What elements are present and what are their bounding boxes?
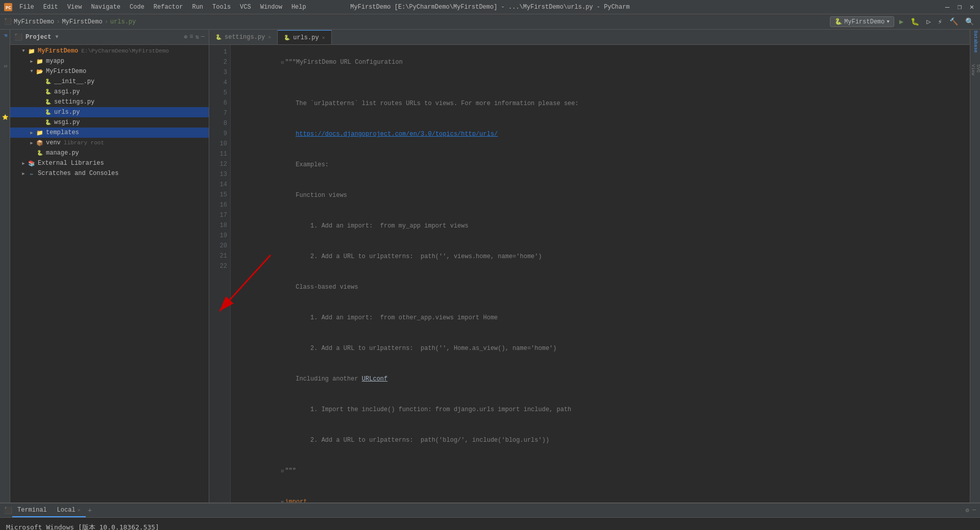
restore-button[interactable]: ❐	[955, 3, 964, 11]
tree-label-manage: manage.py	[46, 149, 79, 157]
project-locate-icon[interactable]: ⊕	[184, 33, 187, 41]
project-expand-icon[interactable]: ⇅	[195, 33, 199, 41]
local-tab-label: Local	[57, 507, 76, 514]
breadcrumb-item-1[interactable]: MyFirstDemo	[14, 18, 54, 26]
folder-icon: 📁	[36, 129, 44, 137]
tree-item-init[interactable]: 🐍 __init__.py	[10, 77, 209, 87]
structure-sidebar-icon[interactable]: S	[1, 62, 9, 70]
title-bar: PC File Edit View Navigate Code Refactor…	[0, 0, 980, 14]
menu-view[interactable]: View	[63, 3, 86, 12]
project-sidebar-icon[interactable]: P	[1, 32, 9, 40]
terminal-settings-icon[interactable]: ⚙	[966, 507, 969, 514]
spacer	[37, 99, 43, 105]
code-line-1: ⊟"""MyFirstDemo URL Configuration	[237, 47, 970, 78]
run-button[interactable]: ▶	[897, 16, 905, 27]
tree-item-scratches[interactable]: ▶ ✏️ Scratches and Consoles	[10, 168, 209, 179]
terminal-tab-label: Terminal	[17, 507, 47, 514]
menu-run[interactable]: Run	[188, 3, 207, 12]
terminal-minimize-icon[interactable]: —	[972, 507, 976, 514]
tree-item-wsgi[interactable]: 🐍 wsgi.py	[10, 117, 209, 128]
code-line-13: 1. Import the include() function: from d…	[237, 394, 970, 425]
minimize-button[interactable]: —	[943, 3, 951, 11]
coverage-button[interactable]: ▷	[924, 16, 933, 27]
django-docs-link[interactable]: https://docs.djangoproject.com/en/3.0/to…	[296, 131, 498, 138]
svg-text:PC: PC	[6, 6, 11, 11]
tree-item-venv[interactable]: ▶ 📦 venv library root	[10, 138, 209, 148]
tab-close-icon[interactable]: ✕	[322, 35, 325, 41]
code-line-5: Examples:	[237, 149, 970, 180]
tree-item-manage[interactable]: 🐍 manage.py	[10, 148, 209, 158]
right-sidebar: Database SVG View	[970, 30, 980, 502]
project-panel: ⬛ Project ▼ ⊕ ≡ ⇅ — ▼ 📁 MyFirstDemo E:\P…	[10, 30, 209, 502]
tree-label-asgi: asgi.py	[54, 88, 80, 95]
tree-label-scratches: Scratches and Consoles	[38, 170, 118, 177]
venv-label: library root	[64, 140, 104, 146]
tree-item-settings[interactable]: 🐍 settings.py	[10, 97, 209, 107]
debug-button[interactable]: 🐛	[909, 16, 921, 27]
search-everywhere-button[interactable]: 🔍	[963, 16, 976, 27]
terminal-header: ⬛ Terminal Local ✕ + ⚙ —	[0, 503, 980, 518]
tree-item-root[interactable]: ▼ 📁 MyFirstDemo E:\PyCharmDemo\MyFirstDe…	[10, 46, 209, 56]
tree-label-init: __init__.py	[54, 78, 94, 85]
code-line-14: 2. Add a URL to urlpatterns: path('blog/…	[237, 425, 970, 456]
python-icon: 🐍	[284, 35, 290, 41]
tab-settings[interactable]: 🐍 settings.py ✕	[209, 30, 278, 44]
breadcrumb-item-3[interactable]: urls.py	[110, 18, 136, 26]
tree-path: E:\PyCharmDemo\MyFirstDemo	[81, 48, 169, 54]
terminal-tab-main[interactable]: Terminal	[12, 504, 52, 517]
tab-close-icon[interactable]: ✕	[268, 34, 271, 40]
terminal-tab-local[interactable]: Local ✕	[52, 504, 86, 517]
terminal-content[interactable]: Microsoft Windows [版本 10.0.18362.535] (c…	[0, 518, 980, 530]
arrow-icon: ▶	[29, 140, 35, 146]
tree-label-urls: urls.py	[54, 109, 80, 116]
menu-file[interactable]: File	[15, 3, 38, 12]
arrow-icon: ▼	[20, 48, 27, 54]
window-controls: — ❐ ✕	[943, 3, 976, 11]
menu-navigate[interactable]: Navigate	[87, 3, 125, 12]
breadcrumb-item-2[interactable]: MyFirstDemo	[62, 18, 102, 26]
code-line-4: https://docs.djangoproject.com/en/3.0/to…	[237, 119, 970, 149]
python-file-icon: 🐍	[44, 108, 52, 116]
favorites-sidebar-icon[interactable]: ⭐	[1, 113, 9, 121]
folder-icon: 📁	[36, 57, 44, 65]
tree-item-myapp[interactable]: ▶ 📁 myapp	[10, 56, 209, 66]
terminal-area: ⬛ Terminal Local ✕ + ⚙ — Microsoft Windo…	[0, 502, 980, 530]
tree-label-wsgi: wsgi.py	[54, 119, 80, 126]
tree-item-asgi[interactable]: 🐍 asgi.py	[10, 87, 209, 97]
menu-vcs[interactable]: VCS	[236, 3, 255, 12]
new-terminal-button[interactable]: +	[86, 507, 94, 515]
project-close-icon[interactable]: —	[201, 33, 205, 41]
python-file-icon: 🐍	[36, 149, 44, 157]
database-tab[interactable]: Database	[971, 32, 979, 52]
menu-tools[interactable]: Tools	[208, 3, 235, 12]
spacer	[29, 150, 35, 156]
python-file-icon: 🐍	[44, 98, 52, 106]
tree-item-myfirstdemo-folder[interactable]: ▼ 📂 MyFirstDemo	[10, 66, 209, 77]
spacer	[37, 109, 43, 115]
editor-area: 🐍 settings.py ✕ 🐍 urls.py ✕ 12345 678910…	[209, 30, 970, 502]
project-panel-header: ⬛ Project ▼ ⊕ ≡ ⇅ —	[10, 30, 209, 45]
code-line-12: Including another URLconf	[237, 364, 970, 394]
svg-view-tab[interactable]: SVG View	[971, 64, 979, 85]
menu-code[interactable]: Code	[126, 3, 149, 12]
code-content[interactable]: ⊟"""MyFirstDemo URL Configuration The `u…	[231, 45, 970, 502]
menu-window[interactable]: Window	[256, 3, 286, 12]
tab-urls[interactable]: 🐍 urls.py ✕	[278, 30, 331, 44]
menu-help[interactable]: Help	[287, 3, 310, 12]
terminal-close-icon[interactable]: ✕	[78, 507, 81, 513]
tree-label-external-libraries: External Libraries	[38, 160, 104, 167]
close-button[interactable]: ✕	[968, 3, 976, 11]
menu-edit[interactable]: Edit	[39, 3, 62, 12]
code-line-6: Function views	[237, 180, 970, 211]
tree-item-templates[interactable]: ▶ 📁 templates	[10, 128, 209, 138]
build-button[interactable]: 🔨	[947, 16, 960, 27]
menu-refactor[interactable]: Refactor	[150, 3, 187, 12]
tree-item-external-libraries[interactable]: ▶ 📚 External Libraries	[10, 158, 209, 168]
tree-item-urls[interactable]: 🐍 urls.py	[10, 107, 209, 117]
code-line-3: The `urlpatterns` list routes URLs to vi…	[237, 88, 970, 119]
project-header-icons: ⊕ ≡ ⇅ —	[184, 33, 205, 41]
profile-button[interactable]: ⚡	[936, 16, 944, 27]
run-config-selector[interactable]: 🐍 MyFirstDemo ▼	[830, 16, 894, 27]
breadcrumb-project[interactable]: ⬛	[4, 18, 12, 26]
project-settings-icon[interactable]: ≡	[189, 33, 193, 41]
